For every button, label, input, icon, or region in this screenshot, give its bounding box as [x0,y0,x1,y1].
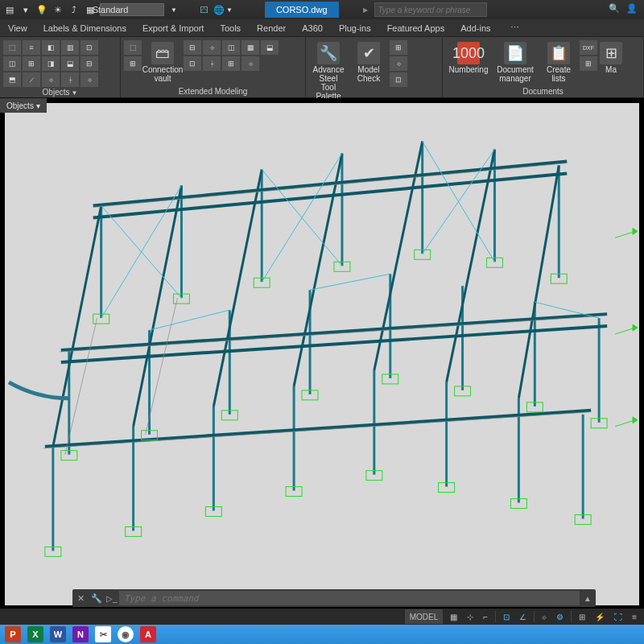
taskbar-excel[interactable]: X [27,626,43,642]
signin-icon[interactable]: 👤 [626,3,639,16]
tab-overflow[interactable]: ⋯ [502,19,527,37]
obj-btn-9[interactable]: ⟐ [42,72,60,87]
ext-btn-6[interactable]: ⟊ [203,56,221,71]
tab-a360[interactable]: A360 [294,19,331,37]
chk-btn-1[interactable]: ⊞ [390,40,407,55]
osnap-toggle-icon[interactable]: ⊡ [501,609,512,624]
tab-featured-apps[interactable]: Featured Apps [379,19,453,37]
ext-btn-1[interactable]: ⬚ [124,40,142,55]
obj-btn-12[interactable]: ⟊ [61,72,79,87]
taskbar-word[interactable]: W [50,626,66,642]
ext-btn-2[interactable]: ⊞ [124,56,142,71]
globe-icon[interactable]: 🌐 [213,5,225,15]
ext-btn-9[interactable]: ▦ [242,40,259,55]
svg-line-68 [615,328,635,334]
ribbon-group-extended-modeling: ⬚⊞ 🗃Connection vault ⊟⊡ ⟐⟊ ◫⊞ ▦⟐ ⬓ Exten… [121,37,306,97]
tab-export-import[interactable]: Export & Import [134,19,212,37]
cmd-prompt-icon: ▷_ [105,594,119,603]
qat-menu-icon[interactable]: ▤ [3,3,16,16]
model-check-button[interactable]: ✔Model Check [349,40,388,83]
svg-line-71 [60,316,605,352]
obj-btn-8[interactable]: ◨ [42,56,60,71]
ortho-toggle-icon[interactable]: ⌐ [481,609,490,624]
chk-btn-2[interactable]: ⟐ [390,56,407,71]
workspace-icon[interactable]: ⚙ [554,609,566,624]
svg-line-67 [615,231,635,237]
customize-status-icon[interactable]: ≡ [630,609,639,624]
command-input[interactable] [119,591,580,605]
ext-btn-7[interactable]: ◫ [222,40,240,55]
ext-btn-8[interactable]: ⊞ [222,56,240,71]
cmd-history-icon[interactable]: ▲ [580,594,596,603]
hardware-accel-icon[interactable]: ⚡ [592,609,607,624]
svg-line-29 [134,186,182,427]
taskbar-autocad[interactable]: A [140,626,156,642]
qat-share-icon[interactable]: ⤴ [68,3,80,16]
ext-btn-11[interactable]: ⬓ [261,40,279,55]
tab-view[interactable]: View [0,19,35,37]
tab-labels-dimensions[interactable]: Labels & Dimensions [35,19,134,37]
command-line: ✕ 🔧 ▷_ ▲ [72,589,596,607]
taskbar-powerpoint[interactable]: P [5,626,21,642]
dxf-button[interactable]: DXF [580,40,597,55]
create-lists-button[interactable]: 📋Create lists [539,40,578,83]
qat-dropdown-icon[interactable]: ▾ [19,3,32,16]
cmd-close-icon[interactable]: ✕ [72,593,89,604]
qat-sun-icon[interactable]: ☀ [52,3,64,16]
model-viewport[interactable] [5,103,639,605]
tab-plugins[interactable]: Plug-ins [331,19,379,37]
obj-btn-15[interactable]: ⟐ [80,72,98,87]
status-bar: MODEL ▦ ⊹ ⌐ ⊡ ∠ ⟐ ⚙ ⊞ ⚡ ⛶ ≡ [0,609,644,625]
obj-btn-2[interactable]: ◫ [3,56,21,71]
qat-share2-icon[interactable]: ⮹ [200,5,208,14]
snap-toggle-icon[interactable]: ⊹ [464,609,476,624]
viewport-container [0,98,644,610]
polar-toggle-icon[interactable]: ∠ [517,609,529,624]
connection-vault-button[interactable]: 🗃Connection vault [143,40,182,83]
chk-btn-3[interactable]: ⊡ [390,72,407,87]
doc-tab-caret[interactable]: ▶ [363,6,368,14]
ext-btn-5[interactable]: ⟐ [203,40,221,55]
structural-model-drawing [5,103,639,605]
svg-line-28 [53,205,101,446]
ext-btn-3[interactable]: ⊟ [184,40,201,55]
obj-btn-1[interactable]: ⬚ [3,40,21,55]
document-manager-button[interactable]: 📄Document manager [493,40,538,83]
qat-caret-icon[interactable]: ▼ [167,3,180,16]
grid-toggle-icon[interactable]: ▦ [448,609,460,624]
obj-btn-5[interactable]: ⊞ [23,56,40,71]
help-search-input[interactable] [374,2,487,17]
ext-btn-10[interactable]: ⟐ [242,56,259,71]
advance-steel-palette-button[interactable]: 🔧Advance Steel Tool Palette [309,40,348,101]
model-space-button[interactable]: MODEL [405,609,444,624]
tab-render[interactable]: Render [249,19,294,37]
tab-addins[interactable]: Add-ins [452,19,498,37]
taskbar-snip[interactable]: ✂ [95,626,111,642]
isolate-icon[interactable]: ⊞ [576,609,588,624]
ext-btn-4[interactable]: ⊡ [184,56,201,71]
numbering-button[interactable]: 1000Numbering [446,40,491,74]
ma-button[interactable]: ⊞Ma [599,40,623,74]
obj-btn-13[interactable]: ⊡ [80,40,98,55]
obj-btn-7[interactable]: ◧ [42,40,60,55]
obj-btn-10[interactable]: ▥ [61,40,79,55]
obj-btn-3[interactable]: ⬒ [3,72,21,87]
doc-btn-2[interactable]: ⊞ [580,56,597,71]
obj-btn-14[interactable]: ⊟ [80,56,98,71]
objects-panel-dropdown[interactable]: Objects ▾ [0,98,47,113]
infocenter-icon[interactable]: 🔍 [609,3,621,16]
taskbar-chrome[interactable]: ◉ [118,626,134,642]
annotation-scale-icon[interactable]: ⟐ [539,609,549,624]
visual-style-dropdown[interactable]: Standard [100,3,164,16]
obj-btn-4[interactable]: ≡ [23,40,40,55]
qat-caret2-icon[interactable]: ▼ [226,6,233,14]
taskbar-onenote[interactable]: N [72,626,89,642]
cmd-customize-icon[interactable]: 🔧 [89,593,105,604]
document-tab[interactable]: CORSO.dwg [265,2,339,18]
tab-tools[interactable]: Tools [212,19,249,37]
obj-btn-11[interactable]: ⬓ [61,56,79,71]
lightbulb-icon[interactable]: 💡 [35,3,48,16]
obj-btn-6[interactable]: ⟋ [23,72,40,87]
clean-screen-icon[interactable]: ⛶ [612,609,625,624]
ribbon-group-objects: ⬚◫⬒ ≡⊞⟋ ◧◨⟐ ▥⬓⟊ ⊡⊟⟐ Objects▼ [0,37,121,97]
